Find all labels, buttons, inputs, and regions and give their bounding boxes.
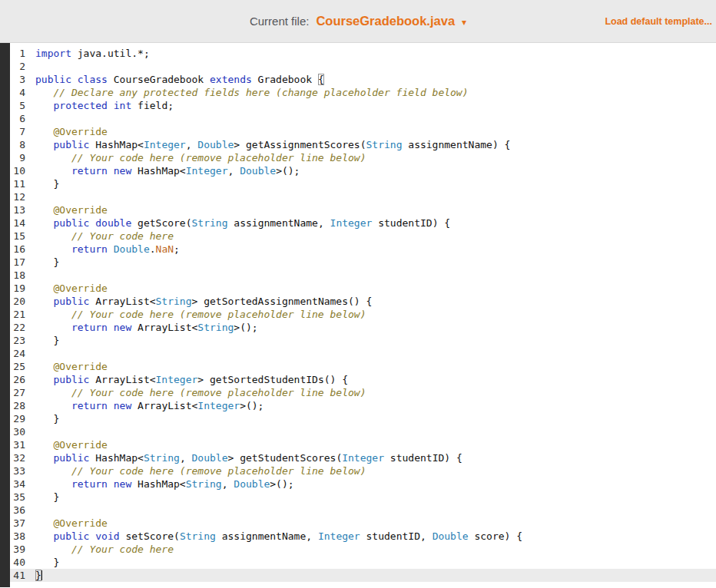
code-line[interactable]: 39 // Your code here — [10, 543, 716, 556]
code-line-text — [30, 269, 716, 282]
code-line[interactable]: 33 // Your code here (remove placeholder… — [10, 464, 716, 477]
line-number: 4 — [10, 86, 30, 99]
line-number: 17 — [10, 256, 30, 269]
code-line-text: // Declare any protected fields here (ch… — [30, 86, 716, 99]
code-line[interactable]: 41} — [10, 569, 716, 582]
code-line[interactable]: 2 — [10, 60, 716, 73]
line-number: 40 — [10, 556, 30, 569]
code-line-text: } — [30, 491, 716, 504]
code-line-text — [30, 112, 716, 125]
line-number: 7 — [10, 125, 30, 138]
code-line-text: } — [30, 556, 716, 569]
code-line[interactable]: 5 protected int field; — [10, 99, 716, 112]
code-line[interactable]: 16 return Double.NaN; — [10, 243, 716, 256]
code-line[interactable]: 29 } — [10, 412, 716, 425]
code-line[interactable]: 36 — [10, 504, 716, 517]
code-line[interactable]: 28 return new ArrayList<Integer>(); — [10, 399, 716, 412]
chevron-down-icon[interactable]: ▾ — [462, 17, 466, 28]
code-line[interactable]: 6 — [10, 112, 716, 125]
code-line-text: // Your code here (remove placeholder li… — [30, 308, 716, 321]
code-line-text: // Your code here (remove placeholder li… — [30, 464, 716, 477]
code-line-text: return new ArrayList<Integer>(); — [30, 399, 716, 412]
line-number: 14 — [10, 216, 30, 230]
line-number: 30 — [10, 425, 30, 438]
code-line[interactable]: 10 return new HashMap<Integer, Double>()… — [10, 164, 716, 177]
code-line-text: return new HashMap<Integer, Double>(); — [30, 164, 716, 177]
code-line[interactable]: 37 @Override — [10, 517, 716, 530]
code-line-text: } — [30, 177, 716, 190]
line-number: 39 — [10, 543, 30, 556]
line-number: 29 — [10, 412, 30, 425]
code-line[interactable]: 22 return new ArrayList<String>(); — [10, 321, 716, 334]
code-line-text: @Override — [30, 438, 716, 451]
line-number: 36 — [10, 504, 30, 517]
code-line[interactable]: 11 } — [10, 177, 716, 190]
code-line-text: protected int field; — [30, 99, 716, 112]
code-line-text: // Your code here (remove placeholder li… — [30, 386, 716, 399]
code-line[interactable]: 27 // Your code here (remove placeholder… — [10, 386, 716, 399]
line-number: 41 — [10, 569, 30, 582]
code-line[interactable]: 14 public double getScore(String assignm… — [10, 216, 716, 230]
code-line[interactable]: 1import java.util.*; — [10, 47, 716, 60]
line-number: 18 — [10, 269, 30, 282]
code-line-text: } — [30, 334, 716, 347]
line-number: 10 — [10, 164, 30, 177]
code-editor[interactable]: 1import java.util.*;23public class Cours… — [0, 43, 716, 587]
code-line[interactable]: 15 // Your code here — [10, 230, 716, 243]
code-line[interactable]: 7 @Override — [10, 125, 716, 138]
code-line[interactable]: 17 } — [10, 256, 716, 269]
code-line-text: return new HashMap<String, Double>(); — [30, 477, 716, 491]
line-number: 11 — [10, 177, 30, 190]
code-editor-app: Current file: CourseGradebook.java ▾ Loa… — [0, 0, 716, 587]
line-number: 37 — [10, 517, 30, 530]
file-selector-dropdown[interactable]: Current file: CourseGradebook.java ▾ — [250, 14, 466, 28]
code-line[interactable]: 38 public void setScore(String assignmen… — [10, 530, 716, 543]
line-number: 13 — [10, 203, 30, 216]
code-line[interactable]: 8 public HashMap<Integer, Double> getAss… — [10, 138, 716, 151]
line-number: 24 — [10, 347, 30, 360]
code-line[interactable]: 24 — [10, 347, 716, 360]
code-line[interactable]: 35 } — [10, 491, 716, 504]
code-line-text: // Your code here (remove placeholder li… — [30, 151, 716, 164]
code-line-text: } — [30, 569, 716, 582]
line-number: 16 — [10, 243, 30, 256]
line-number: 19 — [10, 282, 30, 295]
code-line-text — [30, 190, 716, 203]
line-number: 25 — [10, 360, 30, 373]
line-number: 9 — [10, 151, 30, 164]
code-line[interactable]: 23 } — [10, 334, 716, 347]
code-line[interactable]: 30 — [10, 425, 716, 438]
line-number: 21 — [10, 308, 30, 321]
code-line-text — [30, 425, 716, 438]
code-line[interactable]: 40 } — [10, 556, 716, 569]
code-line[interactable]: 21 // Your code here (remove placeholder… — [10, 308, 716, 321]
line-number: 8 — [10, 138, 30, 151]
line-number: 32 — [10, 451, 30, 464]
code-lines-container[interactable]: 1import java.util.*;23public class Cours… — [10, 43, 716, 587]
code-line[interactable]: 3public class CourseGradebook extends Gr… — [10, 73, 716, 86]
code-line[interactable]: 25 @Override — [10, 360, 716, 373]
code-line-text: @Override — [30, 203, 716, 216]
code-line-text: // Your code here — [30, 543, 716, 556]
code-line[interactable]: 34 return new HashMap<String, Double>(); — [10, 477, 716, 491]
code-line[interactable]: 26 public ArrayList<Integer> getSortedSt… — [10, 373, 716, 386]
line-number: 23 — [10, 334, 30, 347]
code-line[interactable]: 4 // Declare any protected fields here (… — [10, 86, 716, 99]
code-line-text: @Override — [30, 360, 716, 373]
line-number: 26 — [10, 373, 30, 386]
code-line-text: public double getScore(String assignment… — [30, 216, 716, 230]
code-line-text: return new ArrayList<String>(); — [30, 321, 716, 334]
code-line-text: public HashMap<String, Double> getStuden… — [30, 451, 716, 464]
load-default-template-link[interactable]: Load default template... — [605, 16, 712, 27]
code-line[interactable]: 19 @Override — [10, 282, 716, 295]
current-file-name[interactable]: CourseGradebook.java — [316, 14, 455, 28]
code-line-text: public HashMap<Integer, Double> getAssig… — [30, 138, 716, 151]
code-line[interactable]: 32 public HashMap<String, Double> getStu… — [10, 451, 716, 464]
editor-left-edge — [0, 43, 10, 587]
code-line[interactable]: 13 @Override — [10, 203, 716, 216]
code-line[interactable]: 18 — [10, 269, 716, 282]
code-line[interactable]: 9 // Your code here (remove placeholder … — [10, 151, 716, 164]
code-line[interactable]: 31 @Override — [10, 438, 716, 451]
code-line[interactable]: 12 — [10, 190, 716, 203]
code-line[interactable]: 20 public ArrayList<String> getSortedAss… — [10, 295, 716, 308]
